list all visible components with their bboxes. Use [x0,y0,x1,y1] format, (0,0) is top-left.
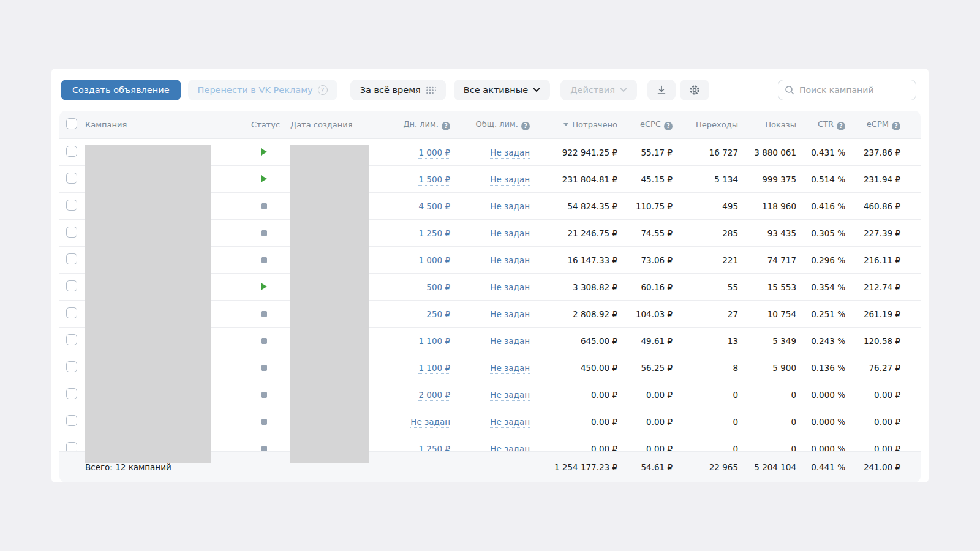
header-status[interactable]: Статус [251,120,290,129]
ecpc-value: 110.75 ₽ [617,201,673,211]
actions-dropdown[interactable]: Действия [560,80,637,100]
status-icon [261,148,267,156]
transfer-to-vk-ads-button[interactable]: Перенести в VK Рекламу [188,80,337,100]
status-filter-label: Все активные [464,85,528,95]
row-checkbox-cell [59,146,85,159]
header-impressions[interactable]: Показы [738,120,796,129]
daily-limit-link[interactable]: 1 100 ₽ [418,363,450,374]
header-campaign[interactable]: Кампания [85,120,251,129]
total-limit-link[interactable]: Не задан [490,363,530,374]
row-checkbox[interactable] [66,146,77,157]
daily-limit-link[interactable]: 1 000 ₽ [418,148,450,159]
header-created[interactable]: Дата создания [290,120,376,129]
header-ecpm[interactable]: eCPM [845,119,900,130]
status-cell [251,390,290,400]
daily-limit-link[interactable]: 250 ₽ [426,309,450,320]
total-limit-link[interactable]: Не задан [490,201,530,212]
row-checkbox[interactable] [66,334,77,345]
toolbar: Создать объявление Перенести в VK Реклам… [51,69,929,111]
total-limit-link[interactable]: Не задан [490,228,530,239]
row-checkbox[interactable] [66,415,77,426]
ctr-value: 0.514 % [796,174,845,184]
settings-button[interactable] [680,80,709,100]
status-filter-dropdown[interactable]: Все активные [454,80,550,100]
clicks-value: 5 134 [673,174,738,184]
daily-limit-link[interactable]: 1 000 ₽ [418,255,450,266]
row-checkbox[interactable] [66,361,77,372]
impressions-value: 5 900 [738,363,796,373]
total-limit-link[interactable]: Не задан [490,390,530,401]
daily-limit-link[interactable]: 500 ₽ [426,282,450,293]
row-checkbox[interactable] [66,227,77,238]
header-spent[interactable]: Потрачено [530,120,617,129]
clicks-value: 0 [673,390,738,400]
ecpc-value: 45.15 ₽ [617,174,673,184]
total-limit-link[interactable]: Не задан [490,174,530,186]
ecpc-value: 49.61 ₽ [617,336,673,346]
header-clicks[interactable]: Переходы [673,120,738,129]
status-cell [251,174,290,184]
ecpm-value: 76.27 ₽ [845,363,900,373]
row-checkbox[interactable] [66,253,77,264]
header-checkbox-cell [59,118,85,131]
status-icon [261,283,267,290]
header-daily-limit[interactable]: Дн. лим. [376,119,450,130]
daily-limit-link[interactable]: 2 000 ₽ [418,390,450,401]
impressions-value: 0 [738,390,796,400]
status-icon [261,230,267,236]
search-icon [785,85,794,95]
total-ctr: 0.441 % [796,462,845,472]
daily-limit-link[interactable]: 1 100 ₽ [418,336,450,347]
impressions-value: 10 754 [738,309,796,319]
row-checkbox[interactable] [66,173,77,184]
daily-limit-link[interactable]: 1 250 ₽ [418,228,450,239]
chevron-down-icon [533,88,540,92]
spent-value: 645.00 ₽ [530,336,617,346]
total-limit-link[interactable]: Не задан [490,417,530,428]
row-checkbox[interactable] [66,280,77,291]
daily-limit-link[interactable]: Не задан [410,417,450,428]
transfer-help-icon[interactable] [318,85,328,95]
total-limit-link[interactable]: Не задан [490,336,530,347]
row-checkbox-cell [59,253,85,266]
header-ecpc[interactable]: eCPC [617,119,673,130]
total-limit-link[interactable]: Не задан [490,148,530,159]
row-checkbox-cell [59,334,85,347]
gear-icon [688,84,701,96]
total-limit-link[interactable]: Не задан [490,309,530,320]
ecpc-value: 55.17 ₽ [617,148,673,157]
spent-value: 0.00 ₽ [530,417,617,427]
search-input[interactable] [799,85,910,95]
select-all-checkbox[interactable] [66,118,77,129]
create-ad-button[interactable]: Создать объявление [61,80,181,100]
daily-limit-link[interactable]: 1 500 ₽ [418,174,450,186]
date-range-button[interactable]: За всё время [350,80,446,100]
help-icon[interactable] [837,122,845,130]
row-checkbox-cell [59,173,85,186]
total-limit-link[interactable]: Не задан [490,255,530,266]
spent-value: 3 308.82 ₽ [530,282,617,292]
export-button[interactable] [647,80,676,100]
header-ctr[interactable]: CTR [796,119,845,130]
header-total-limit[interactable]: Общ. лим. [450,119,530,130]
daily-limit-link[interactable]: 4 500 ₽ [418,201,450,212]
status-cell [251,417,290,427]
page: { "toolbar": { "create_label": "Создать … [0,0,980,551]
help-icon[interactable] [892,122,900,130]
status-cell [251,201,290,211]
row-checkbox[interactable] [66,200,77,211]
impressions-value: 74 717 [738,255,796,265]
ctr-value: 0.305 % [796,228,845,238]
help-icon[interactable] [521,122,530,130]
total-ecpc: 54.61 ₽ [617,462,673,472]
ecpc-value: 56.25 ₽ [617,363,673,373]
clicks-value: 27 [673,309,738,319]
row-checkbox[interactable] [66,388,77,399]
total-limit-link[interactable]: Не задан [490,282,530,293]
row-checkbox[interactable] [66,307,77,318]
help-icon[interactable] [442,122,450,130]
help-icon[interactable] [664,122,673,130]
status-icon [261,419,267,425]
impressions-value: 0 [738,417,796,427]
spent-value: 16 147.33 ₽ [530,255,617,265]
